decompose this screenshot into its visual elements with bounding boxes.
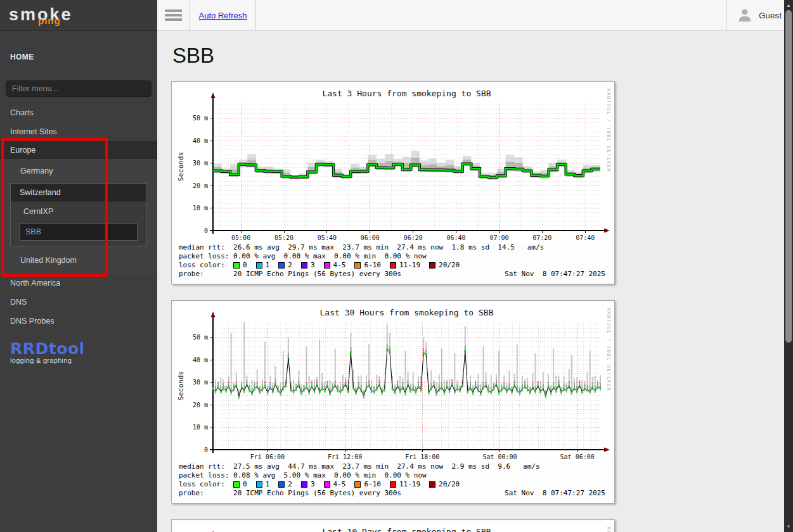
sidebar-item-switzerland[interactable]: Switzerland (11, 184, 146, 201)
svg-text:RRDTOOL / TOBI OETIKER: RRDTOOL / TOBI OETIKER (606, 527, 610, 532)
loss-legend-item: 11-19 (390, 480, 420, 489)
loss-color-swatch (256, 481, 262, 488)
auto-refresh-link[interactable]: Auto Refresh (199, 11, 247, 20)
stat-label-probe: probe: (179, 489, 233, 498)
filter-menu-input[interactable] (6, 80, 152, 97)
page-scrollbar[interactable]: ▲ ▼ (784, 0, 793, 532)
loss-color-swatch (429, 262, 435, 269)
loss-legend-item: 1 (256, 480, 270, 489)
app-logo[interactable]: smoke ping (0, 0, 157, 31)
loss-color-label: 2 (288, 261, 292, 270)
loss-legend-item: 6-10 (354, 480, 381, 489)
loss-color-label: 3 (311, 480, 315, 489)
scroll-down-arrow[interactable]: ▼ (784, 524, 793, 530)
svg-text:50 m: 50 m (193, 334, 208, 341)
sidebar-item-dns-probes[interactable]: DNS Probes (0, 312, 157, 331)
menu-toggle-button[interactable] (157, 0, 190, 30)
svg-text:07:20: 07:20 (532, 234, 551, 241)
stat-label-median: median rtt: (179, 243, 233, 252)
loss-legend-item: 11-19 (390, 261, 420, 270)
svg-text:Seconds: Seconds (177, 152, 185, 181)
stat-loss-values: 0.08 % avg 5.00 % max 0.00 % min 0.00 % … (233, 471, 605, 480)
sidebar-item-charts[interactable]: Charts (0, 103, 157, 122)
svg-text:07:40: 07:40 (576, 234, 595, 241)
logo-text-ping: ping (38, 15, 61, 26)
stat-probe-value: 20 ICMP Echo Pings (56 Bytes) every 300s (233, 270, 505, 279)
stat-probe-value: 20 ICMP Echo Pings (56 Bytes) every 300s (233, 489, 505, 498)
loss-color-label: 3 (311, 261, 315, 270)
loss-color-label: 1 (266, 480, 270, 489)
loss-color-label: 6-10 (364, 261, 381, 270)
loss-color-label: 6-10 (364, 480, 381, 489)
sidebar-item-dns[interactable]: DNS (0, 293, 157, 312)
loss-color-swatch (324, 262, 330, 269)
loss-legend-item: 4-5 (324, 480, 346, 489)
sidebar-item-sbb-selected[interactable]: SBB (20, 223, 138, 241)
rrd-graph-3-hours: 010 m20 m30 m40 m50 m05:0005:2005:4006:0… (176, 86, 610, 242)
scroll-up-arrow[interactable]: ▲ (784, 3, 793, 9)
loss-color-label: 20/20 (439, 261, 460, 270)
svg-text:Last 30 Hours from smokeping t: Last 30 Hours from smokeping to SBB (320, 308, 494, 317)
loss-color-swatch (390, 262, 396, 269)
svg-text:30 m: 30 m (193, 379, 208, 386)
loss-color-label: 0 (243, 261, 247, 270)
rrdtool-logo[interactable]: RRDtool logging & graphing (10, 339, 157, 364)
page-title: SBB (172, 44, 793, 68)
stat-median-values: 27.5 ms avg 44.7 ms max 23.7 ms min 27.4… (233, 462, 605, 471)
svg-text:Sat 00:00: Sat 00:00 (482, 453, 517, 460)
svg-text:07:00: 07:00 (489, 234, 508, 241)
loss-color-swatch (324, 481, 330, 488)
loss-color-label: 11-19 (399, 261, 420, 270)
loss-color-label: 20/20 (439, 480, 460, 489)
sidebar-item-home[interactable]: HOME (0, 48, 157, 66)
loss-color-swatch (354, 262, 361, 269)
svg-text:RRDTOOL / TOBI OETIKER: RRDTOOL / TOBI OETIKER (606, 308, 610, 391)
loss-legend-item: 4-5 (324, 261, 346, 270)
graph-panel-30-hours[interactable]: 010 m20 m30 m40 m50 mFri 06:00Fri 12:00F… (171, 300, 615, 504)
hamburger-icon (165, 8, 182, 23)
loss-legend-item: 20/20 (429, 480, 460, 489)
rrd-graph-30-hours: 010 m20 m30 m40 m50 mFri 06:00Fri 12:00F… (176, 305, 610, 461)
sidebar-item-germany[interactable]: Germany (6, 162, 151, 180)
sidebar-item-europe[interactable]: Europe (0, 141, 157, 159)
svg-text:50 m: 50 m (193, 115, 208, 122)
loss-color-label: 1 (266, 261, 270, 270)
stat-label-losscolor: loss color: (179, 261, 233, 270)
user-name-label: Guest (759, 11, 782, 20)
rrdtool-logo-text: RRDtool (10, 339, 157, 358)
svg-text:Last 3 Hours from smokeping to: Last 3 Hours from smokeping to SBB (322, 89, 491, 98)
graph-timestamp: Sat Nov 8 07:47:27 2025 (505, 270, 605, 279)
sidebar-item-cernixp[interactable]: CernIXP (11, 201, 146, 220)
sidebar-item-north-america[interactable]: North America (0, 274, 157, 293)
svg-text:0: 0 (204, 227, 208, 234)
stat-label-probe: probe: (179, 270, 233, 279)
loss-color-swatch (278, 481, 285, 488)
loss-color-label: 0 (243, 480, 247, 489)
svg-text:Fri 06:00: Fri 06:00 (250, 453, 285, 460)
svg-text:Seconds: Seconds (177, 371, 185, 400)
svg-text:Last 10 Days from smokeping to: Last 10 Days from smokeping to SBB (322, 527, 491, 532)
user-menu[interactable]: Guest (726, 0, 793, 30)
stat-loss-values: 0.00 % avg 0.00 % max 0.00 % min 0.00 % … (233, 252, 605, 261)
loss-legend-item: 20/20 (429, 261, 460, 270)
sidebar-item-internet-sites[interactable]: Internet Sites (0, 122, 157, 141)
graph-panel-3-hours[interactable]: 010 m20 m30 m40 m50 m05:0005:2005:4006:0… (171, 81, 615, 284)
svg-text:Sat 06:00: Sat 06:00 (560, 453, 595, 460)
content-column: Auto Refresh Guest SBB 010 m20 m30 m40 m… (157, 0, 793, 532)
loss-color-label: 4-5 (333, 261, 346, 270)
sidebar-item-united-kingdom[interactable]: United Kingdom (6, 250, 151, 267)
smokeping-app: smoke ping HOME Charts Internet Sites Eu… (0, 0, 793, 532)
topbar: Auto Refresh Guest (157, 0, 793, 31)
graph-panel-10-days[interactable]: 010 m20 m30 m40 m50 mLast 10 Days from s… (171, 519, 615, 532)
scrollbar-thumb[interactable] (785, 10, 792, 343)
loss-legend-item: 2 (278, 261, 292, 270)
svg-text:06:40: 06:40 (447, 234, 466, 241)
loss-color-label: 11-19 (399, 480, 420, 489)
loss-color-label: 4-5 (333, 480, 346, 489)
loss-color-label: 2 (288, 480, 292, 489)
topbar-spacer (256, 0, 726, 30)
graph-timestamp: Sat Nov 8 07:47:27 2025 (505, 489, 605, 498)
svg-text:RRDTOOL / TOBI OETIKER: RRDTOOL / TOBI OETIKER (606, 89, 610, 172)
auto-refresh-cell: Auto Refresh (190, 0, 256, 30)
rrd-graph-10-days: 010 m20 m30 m40 m50 mLast 10 Days from s… (176, 524, 610, 532)
